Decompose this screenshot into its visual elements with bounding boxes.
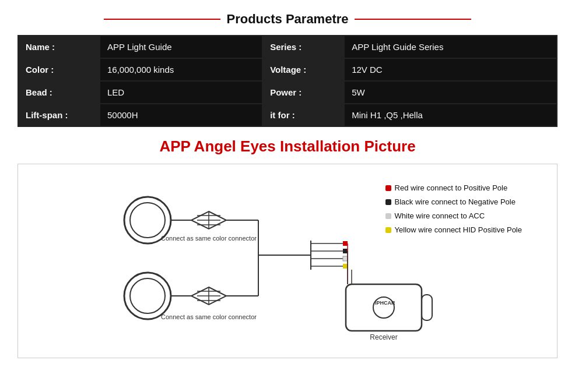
svg-rect-27: [343, 264, 348, 269]
angel-eyes-title: APP Angel Eyes Installation Picture: [17, 137, 558, 156]
param-value: 5W: [344, 81, 557, 104]
param-value: LED: [100, 81, 262, 104]
svg-rect-32: [422, 295, 432, 320]
wire-label-text: White wire connect to ACC: [395, 210, 485, 223]
svg-text:Receiver: Receiver: [370, 333, 397, 341]
wire-label-row: Yellow wire connect HID Positive Pole: [385, 224, 522, 236]
svg-text:Connect as same color connecto: Connect as same color connector: [161, 235, 257, 242]
svg-text:Connect as same color connecto: Connect as same color connector: [161, 313, 257, 320]
param-value: APP Light Guide Series: [344, 36, 557, 58]
param-value: APP Light Guide: [100, 36, 262, 58]
wire-label-row: Black wire connect to Negative Pole: [385, 196, 522, 209]
svg-rect-30: [346, 284, 422, 331]
svg-rect-25: [343, 256, 348, 261]
param-value: Mini H1 ,Q5 ,Hella: [344, 104, 557, 126]
param-label: it for :: [262, 104, 344, 126]
param-label: Voltage :: [262, 58, 344, 81]
param-value: 50000H: [100, 104, 262, 126]
wire-label-row: Red wire connect to Positive Pole: [385, 182, 522, 195]
param-label: Lift-span :: [18, 104, 100, 126]
svg-rect-21: [343, 241, 348, 246]
param-label: Power :: [262, 81, 344, 104]
param-label: Bead :: [18, 81, 100, 104]
wire-label-text: Yellow wire connect HID Positive Pole: [395, 224, 522, 236]
param-label: Name :: [18, 36, 100, 58]
params-table: Name :APP Light GuideSeries :APP Light G…: [17, 35, 558, 127]
section-title: Products Parametre: [17, 12, 558, 27]
wire-color-dot: [385, 227, 391, 233]
title-line-right: [355, 19, 471, 20]
wire-labels: Red wire connect to Positive PoleBlack w…: [385, 182, 522, 238]
svg-point-2: [124, 273, 171, 319]
wire-label-text: Black wire connect to Negative Pole: [395, 196, 516, 209]
diagram-box: Red wire connect to Positive PoleBlack w…: [17, 164, 558, 358]
svg-point-1: [130, 203, 165, 238]
param-label: Series :: [262, 36, 344, 58]
wire-color-dot: [385, 199, 391, 205]
wire-label-text: Red wire connect to Positive Pole: [395, 182, 508, 195]
param-value: 16,000,000 kinds: [100, 58, 262, 81]
wire-color-dot: [385, 213, 391, 219]
wire-color-dot: [385, 185, 391, 191]
svg-rect-23: [343, 249, 348, 253]
page-title: Products Parametre: [226, 12, 348, 27]
svg-point-3: [130, 278, 165, 313]
param-label: Color :: [18, 58, 100, 81]
title-line-left: [104, 19, 220, 20]
wire-label-row: White wire connect to ACC: [385, 210, 522, 223]
svg-text:iPHCAR: iPHCAR: [375, 300, 395, 306]
param-value: 12V DC: [344, 58, 557, 81]
